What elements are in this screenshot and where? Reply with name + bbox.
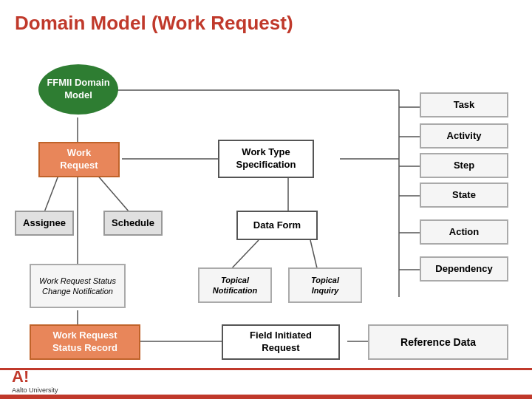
topical-notification-node: Topical Notification xyxy=(198,267,272,303)
page-title: Domain Model (Work Request) xyxy=(0,0,532,42)
logo-university: Aalto University xyxy=(12,386,65,395)
logo-letter: A! xyxy=(12,367,65,386)
schedule-node: Schedule xyxy=(103,211,163,236)
field-initiated-node: Field Initiated Request xyxy=(222,324,340,360)
footer: A! Aalto University School of Science xyxy=(0,368,532,399)
state-node: State xyxy=(420,183,508,208)
reference-data-node: Reference Data xyxy=(368,324,508,360)
ffmii-node: FFMII Domain Model xyxy=(38,64,118,115)
svg-line-14 xyxy=(310,240,318,271)
action-node: Action xyxy=(420,219,508,245)
work-type-node: Work Type Specification xyxy=(218,140,314,178)
activity-node: Activity xyxy=(420,123,508,149)
status-record-node: Work Request Status Record xyxy=(30,324,140,360)
svg-line-2 xyxy=(96,174,129,212)
dependency-node: Dependency xyxy=(420,256,508,282)
status-change-node: Work Request Status Change Notification xyxy=(30,264,126,308)
work-request-node: Work Request xyxy=(38,142,120,177)
data-form-node: Data Form xyxy=(236,211,318,240)
topical-inquiry-node: Topical Inquiry xyxy=(288,267,362,303)
assignee-node: Assignee xyxy=(15,211,74,236)
footer-red-bar xyxy=(0,395,532,399)
svg-line-13 xyxy=(229,240,259,271)
diagram-area: FFMII Domain Model Work Request Assignee… xyxy=(0,42,532,360)
svg-line-1 xyxy=(44,174,59,212)
step-node: Step xyxy=(420,153,508,178)
task-node: Task xyxy=(420,92,508,117)
